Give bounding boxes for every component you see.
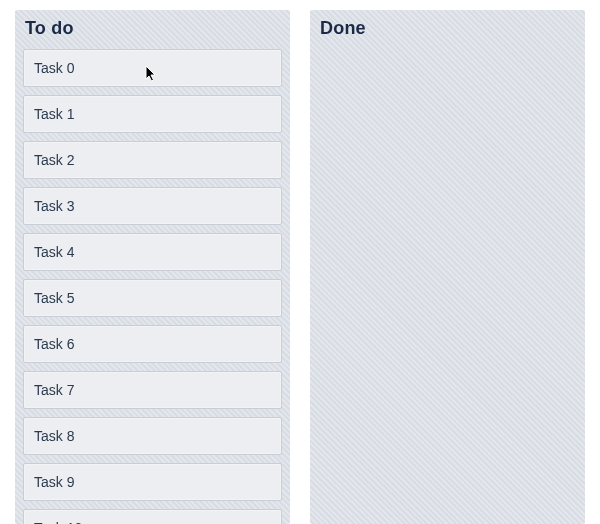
task-card[interactable]: Task 8 [23, 417, 282, 455]
task-card[interactable]: Task 9 [23, 463, 282, 501]
task-card[interactable]: Task 10 [23, 509, 282, 524]
card-list-todo[interactable]: Task 0 Task 1 Task 2 Task 3 Task 4 Task … [23, 49, 282, 524]
task-card[interactable]: Task 2 [23, 141, 282, 179]
task-label: Task 4 [34, 244, 74, 260]
task-label: Task 3 [34, 198, 74, 214]
task-label: Task 9 [34, 474, 74, 490]
task-label: Task 5 [34, 290, 74, 306]
task-card[interactable]: Task 6 [23, 325, 282, 363]
column-todo[interactable]: To do Task 0 Task 1 Task 2 Task 3 Task 4… [15, 10, 290, 524]
task-label: Task 1 [34, 106, 74, 122]
task-label: Task 8 [34, 428, 74, 444]
task-card[interactable]: Task 7 [23, 371, 282, 409]
task-card[interactable]: Task 0 [23, 49, 282, 87]
task-label: Task 7 [34, 382, 74, 398]
column-title-todo: To do [25, 18, 280, 39]
task-card[interactable]: Task 4 [23, 233, 282, 271]
task-label: Task 2 [34, 152, 74, 168]
task-label: Task 6 [34, 336, 74, 352]
task-card[interactable]: Task 5 [23, 279, 282, 317]
task-card[interactable]: Task 1 [23, 95, 282, 133]
task-label: Task 10 [34, 520, 82, 524]
task-card[interactable]: Task 3 [23, 187, 282, 225]
task-label: Task 0 [34, 60, 74, 76]
board: To do Task 0 Task 1 Task 2 Task 3 Task 4… [0, 0, 600, 524]
column-title-done: Done [320, 18, 575, 39]
column-done[interactable]: Done [310, 10, 585, 524]
